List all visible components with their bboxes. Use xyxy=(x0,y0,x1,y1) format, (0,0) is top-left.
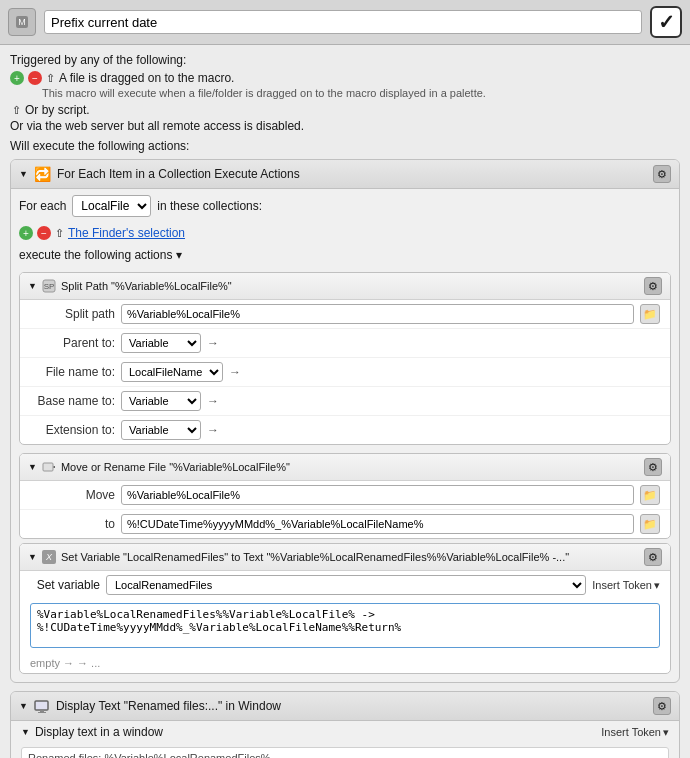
parent-to-row: Parent to: Variable → xyxy=(20,329,670,358)
split-path-label: Split path xyxy=(30,307,115,321)
set-var-select[interactable]: LocalRenamedFiles xyxy=(106,575,586,595)
insert-token-button[interactable]: Insert Token ▾ xyxy=(592,579,660,592)
file-name-to-label: File name to: xyxy=(30,365,115,379)
for-each-icon: 🔁 xyxy=(34,166,51,182)
base-name-to-select[interactable]: Variable xyxy=(121,391,201,411)
split-path-collapse[interactable]: ▼ xyxy=(28,281,37,291)
move-rename-block: ▼ Move or Rename File "%Variable%LocalFi… xyxy=(19,453,671,539)
move-rename-gear[interactable]: ⚙ xyxy=(644,458,662,476)
display-text-header: ▼ Display Text "Renamed files:..." in Wi… xyxy=(11,692,679,721)
execute-row: execute the following actions ▾ xyxy=(11,246,679,268)
file-name-to-row: File name to: LocalFileName → xyxy=(20,358,670,387)
top-bar: M ✓ xyxy=(0,0,690,45)
finders-selection-link[interactable]: The Finder's selection xyxy=(68,226,185,240)
finders-selection-arrow: ⇧ xyxy=(55,227,64,240)
set-variable-collapse[interactable]: ▼ xyxy=(28,552,37,562)
to-area: %Variable%LocalRenamedFiles%%Variable%Lo… xyxy=(20,599,670,655)
move-label: Move xyxy=(30,488,115,502)
execute-label: execute the following actions xyxy=(19,248,172,262)
move-file-btn[interactable]: 📁 xyxy=(640,485,660,505)
svg-rect-5 xyxy=(35,701,48,710)
set-var-textarea[interactable]: %Variable%LocalRenamedFiles%%Variable%Lo… xyxy=(30,603,660,648)
main-content: Triggered by any of the following: + − ⇧… xyxy=(0,45,690,758)
extension-to-select[interactable]: Variable xyxy=(121,420,201,440)
empty-row: empty → → ... xyxy=(20,655,670,673)
for-each-label: For each xyxy=(19,199,66,213)
display-text-collapse[interactable]: ▼ xyxy=(19,701,28,711)
add-collection-button[interactable]: + xyxy=(19,226,33,240)
remove-trigger-button[interactable]: − xyxy=(28,71,42,85)
set-variable-block: ▼ X Set Variable "LocalRenamedFiles" to … xyxy=(19,543,671,674)
split-path-block: ▼ SP Split Path "%Variable%LocalFile%" ⚙… xyxy=(19,272,671,445)
trigger-title: Triggered by any of the following: xyxy=(10,53,680,67)
parent-to-arrow: → xyxy=(207,336,219,350)
split-path-header: ▼ SP Split Path "%Variable%LocalFile%" ⚙ xyxy=(20,273,670,300)
move-input[interactable] xyxy=(121,485,634,505)
split-path-title: Split Path "%Variable%LocalFile%" xyxy=(61,280,639,292)
file-name-to-select[interactable]: LocalFileName xyxy=(121,362,223,382)
trigger-info-1: This macro will execute when a file/fold… xyxy=(42,87,680,99)
for-each-header: ▼ 🔁 For Each Item in a Collection Execut… xyxy=(11,160,679,189)
move-rename-collapse[interactable]: ▼ xyxy=(28,462,37,472)
display-inner-collapse[interactable]: ▼ xyxy=(21,727,30,737)
macro-icon: M xyxy=(8,8,36,36)
set-variable-title: Set Variable "LocalRenamedFiles" to Text… xyxy=(61,551,639,563)
svg-text:SP: SP xyxy=(44,282,55,291)
macro-title-input[interactable] xyxy=(44,10,642,34)
trigger-desc-1: A file is dragged on to the macro. xyxy=(59,71,234,85)
trigger-row-2: ⇧ Or by script. xyxy=(10,103,680,117)
trigger-desc-2: Or by script. xyxy=(25,103,90,117)
trigger-web: Or via the web server but all remote acc… xyxy=(10,119,680,133)
actions-title: Will execute the following actions: xyxy=(10,139,680,153)
display-text-title: Display Text "Renamed files:..." in Wind… xyxy=(56,699,647,713)
set-variable-gear[interactable]: ⚙ xyxy=(644,548,662,566)
drag-icon: ⇧ xyxy=(46,72,55,85)
base-name-to-arrow: → xyxy=(207,394,219,408)
trigger-row-1: + − ⇧ A file is dragged on to the macro. xyxy=(10,71,680,85)
move-rename-header: ▼ Move or Rename File "%Variable%LocalFi… xyxy=(20,454,670,481)
split-path-input[interactable] xyxy=(121,304,634,324)
script-arrow: ⇧ xyxy=(12,104,21,117)
move-to-label: to xyxy=(30,517,115,531)
move-to-file-btn[interactable]: 📁 xyxy=(640,514,660,534)
svg-rect-4 xyxy=(43,463,53,471)
collection-row: + − ⇧ The Finder's selection xyxy=(11,223,679,246)
for-each-select[interactable]: LocalFile xyxy=(72,195,151,217)
set-var-label: Set variable xyxy=(30,578,100,592)
split-path-file-btn[interactable]: 📁 xyxy=(640,304,660,324)
split-path-row: Split path 📁 xyxy=(20,300,670,329)
svg-rect-6 xyxy=(40,710,44,712)
parent-to-select[interactable]: Variable xyxy=(121,333,201,353)
base-name-to-label: Base name to: xyxy=(30,394,115,408)
for-each-gear[interactable]: ⚙ xyxy=(653,165,671,183)
display-inner-title: Display text in a window xyxy=(35,725,163,739)
split-path-gear[interactable]: ⚙ xyxy=(644,277,662,295)
remove-collection-button[interactable]: − xyxy=(37,226,51,240)
parent-to-label: Parent to: xyxy=(30,336,115,350)
extension-to-arrow: → xyxy=(207,423,219,437)
base-name-to-row: Base name to: Variable → xyxy=(20,387,670,416)
display-text-area: Renamed files: %Variable%LocalRenamedFil… xyxy=(11,743,679,758)
move-row: Move 📁 xyxy=(20,481,670,510)
move-to-row: to 📁 xyxy=(20,510,670,538)
display-text-screen-icon xyxy=(34,700,50,713)
for-each-collapse[interactable]: ▼ xyxy=(19,169,28,179)
display-inner-header: ▼ Display text in a window Insert Token … xyxy=(11,721,679,743)
svg-rect-7 xyxy=(38,712,46,713)
set-var-row: Set variable LocalRenamedFiles Insert To… xyxy=(20,571,670,599)
extension-to-row: Extension to: Variable → xyxy=(20,416,670,444)
file-name-to-arrow: → xyxy=(229,365,241,379)
for-each-block: ▼ 🔁 For Each Item in a Collection Execut… xyxy=(10,159,680,683)
display-text-gear[interactable]: ⚙ xyxy=(653,697,671,715)
move-to-input[interactable] xyxy=(121,514,634,534)
move-rename-icon xyxy=(42,460,56,474)
display-insert-token-button[interactable]: Insert Token ▾ xyxy=(601,726,669,739)
for-each-title: For Each Item in a Collection Execute Ac… xyxy=(57,167,647,181)
svg-text:M: M xyxy=(18,17,26,27)
display-text-box: Renamed files: %Variable%LocalRenamedFil… xyxy=(21,747,669,758)
add-trigger-button[interactable]: + xyxy=(10,71,24,85)
trigger-section: Triggered by any of the following: + − ⇧… xyxy=(10,53,680,133)
display-text-block: ▼ Display Text "Renamed files:..." in Wi… xyxy=(10,691,680,758)
set-variable-icon: X xyxy=(42,550,56,564)
confirm-button[interactable]: ✓ xyxy=(650,6,682,38)
